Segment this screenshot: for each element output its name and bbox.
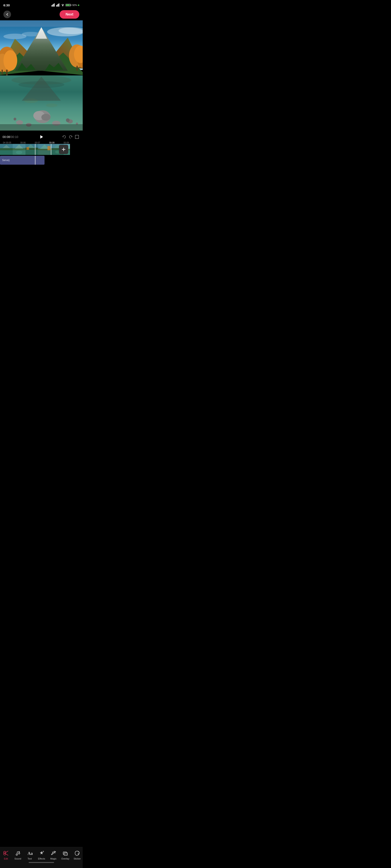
video-top-overlay [0, 20, 83, 27]
audio-track-label: Serve) [2, 159, 9, 162]
redo-button[interactable] [67, 134, 74, 140]
timeline-section: 00:08/00:10 [0, 130, 83, 182]
svg-marker-52 [71, 136, 72, 137]
svg-rect-6 [58, 4, 59, 6]
signal2-icon [56, 3, 60, 7]
status-bar: 6:30 92% [0, 0, 83, 9]
battery-icon [65, 4, 71, 6]
back-button[interactable] [3, 10, 11, 18]
ruler-bar: 04 00:05 00:06 00:07 00:08 00:09 [0, 142, 70, 144]
svg-point-25 [3, 50, 17, 71]
svg-rect-27 [2, 70, 3, 74]
video-preview [0, 20, 83, 130]
svg-rect-31 [77, 66, 78, 71]
svg-rect-0 [52, 5, 52, 6]
svg-rect-72 [38, 150, 51, 155]
empty-track-area [0, 165, 70, 182]
ruler-mark-3: 00:07 [34, 142, 49, 144]
scene-svg [0, 20, 83, 130]
undo-button[interactable] [61, 134, 67, 140]
battery-pct: 92% [72, 4, 77, 6]
undo-icon [62, 134, 67, 139]
svg-point-47 [66, 119, 69, 122]
svg-rect-67 [25, 150, 38, 155]
strip-frame-2 [13, 144, 25, 155]
next-button[interactable]: Next [60, 10, 79, 19]
toolbar-spacer [0, 182, 83, 204]
top-nav: Next [0, 9, 83, 20]
video-container[interactable] [0, 20, 83, 130]
playback-controls [22, 133, 61, 141]
svg-rect-5 [57, 4, 58, 6]
time-current: 00:08 [3, 135, 10, 138]
svg-rect-57 [0, 150, 13, 155]
svg-point-8 [62, 6, 63, 6]
svg-rect-1 [52, 4, 53, 6]
redo-icon [68, 134, 73, 139]
playback-bar: 00:08/00:10 [0, 132, 83, 142]
ruler-mark-0: 04 [3, 142, 5, 144]
strip-frame-3 [25, 144, 38, 155]
play-button[interactable] [37, 133, 45, 141]
svg-rect-11 [66, 4, 70, 6]
signal-icon [52, 3, 55, 7]
svg-rect-7 [59, 3, 59, 6]
svg-rect-4 [56, 5, 57, 6]
play-icon [39, 134, 44, 139]
svg-rect-53 [75, 135, 79, 138]
strip-frame-4 [38, 144, 51, 155]
audio-track[interactable]: Serve) [0, 156, 44, 165]
svg-rect-3 [54, 3, 55, 6]
status-time: 6:30 [3, 3, 10, 7]
svg-rect-10 [70, 5, 71, 6]
ruler-marks: 04 00:05 00:06 00:07 00:08 00:09 [3, 142, 67, 144]
time-total: /00:10 [10, 135, 18, 138]
svg-point-41 [41, 114, 51, 121]
svg-point-62 [16, 151, 22, 154]
audio-track-row: Serve) [0, 156, 70, 165]
back-arrow-icon [6, 13, 9, 16]
svg-marker-51 [63, 136, 64, 137]
svg-rect-2 [53, 4, 54, 6]
battery-dot [78, 4, 79, 6]
wifi-icon [61, 4, 65, 6]
ruler-mark-4: 00:08 [49, 142, 63, 144]
svg-rect-26 [6, 70, 8, 75]
fullscreen-button[interactable] [74, 134, 80, 140]
svg-point-38 [46, 103, 57, 107]
timeline-wrapper: 04 00:05 00:06 00:07 00:08 00:09 [0, 142, 83, 182]
status-icons: 92% [52, 3, 79, 7]
svg-marker-50 [40, 135, 43, 138]
strip-frame-1 [0, 144, 13, 155]
add-clip-button[interactable] [59, 145, 68, 154]
video-bottom-overlay [0, 124, 83, 130]
ruler-mark-5: 00:09 [63, 142, 70, 144]
ruler-mark-2: 00:06 [20, 142, 34, 144]
video-strip-area[interactable] [0, 144, 70, 155]
fullscreen-icon [74, 134, 79, 139]
ruler-mark-1: 00:05 [5, 142, 20, 144]
svg-point-46 [13, 118, 16, 120]
plus-icon [61, 147, 66, 152]
time-display: 00:08/00:10 [3, 135, 22, 138]
